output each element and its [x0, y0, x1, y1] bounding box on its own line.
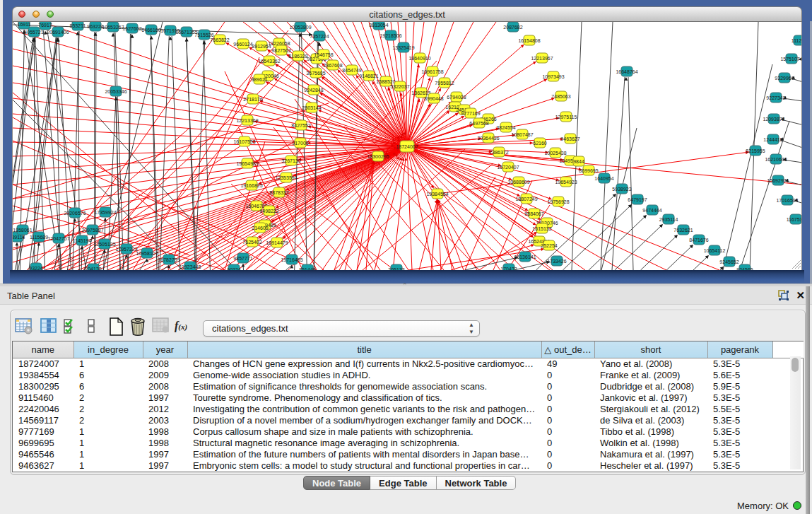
svg-text:12213369: 12213369: [236, 118, 258, 123]
svg-text:16648764: 16648764: [616, 69, 637, 74]
svg-text:3267130: 3267130: [281, 158, 300, 163]
svg-text:439114: 439114: [13, 235, 25, 240]
svg-text:10653267: 10653267: [102, 25, 124, 30]
svg-text:7485063: 7485063: [551, 94, 570, 99]
svg-text:11923448: 11923448: [180, 264, 201, 269]
svg-text:214609: 214609: [252, 226, 268, 230]
svg-text:917006: 917006: [292, 141, 308, 146]
svg-text:6479197: 6479197: [628, 197, 647, 202]
svg-text:16782759: 16782759: [158, 257, 180, 262]
svg-text:17016504: 17016504: [776, 198, 798, 203]
svg-text:9463627: 9463627: [560, 136, 579, 141]
svg-text:9498222: 9498222: [259, 209, 278, 214]
svg-text:205133: 205133: [388, 267, 404, 270]
svg-text:924565: 924565: [736, 267, 753, 270]
svg-text:7955812: 7955812: [435, 81, 454, 86]
svg-text:170432: 170432: [500, 267, 517, 270]
svg-text:19654983: 19654983: [236, 161, 258, 166]
svg-text:9245652: 9245652: [719, 259, 739, 264]
svg-text:9474444: 9474444: [642, 208, 661, 213]
svg-text:15720407: 15720407: [497, 165, 519, 170]
svg-text:8454749: 8454749: [342, 68, 361, 73]
svg-text:9857771: 9857771: [233, 256, 252, 261]
svg-text:20975887: 20975887: [81, 228, 103, 233]
svg-text:19218506: 19218506: [379, 33, 401, 38]
svg-text:3675685: 3675685: [306, 71, 325, 76]
svg-text:13325419: 13325419: [392, 45, 414, 50]
svg-text:20691406: 20691406: [47, 30, 69, 35]
svg-text:8186328: 8186328: [288, 54, 307, 59]
svg-text:10973493: 10973493: [542, 74, 564, 79]
svg-text:12505135: 12505135: [93, 242, 115, 247]
svg-text:6466160: 6466160: [141, 28, 160, 33]
svg-text:9242848: 9242848: [304, 88, 323, 93]
svg-text:1145194: 1145194: [73, 238, 92, 243]
svg-text:10958107: 10958107: [136, 251, 158, 256]
svg-text:3824554: 3824554: [496, 125, 515, 130]
svg-text:19756928: 19756928: [547, 199, 569, 204]
svg-text:9884067: 9884067: [524, 211, 543, 216]
svg-text:111275: 111275: [792, 38, 802, 43]
svg-text:19716485: 19716485: [281, 257, 302, 262]
svg-text:12975115: 12975115: [555, 115, 577, 119]
svg-text:18300295: 18300295: [367, 154, 389, 159]
svg-text:8990448: 8990448: [424, 96, 443, 101]
svg-text:963224: 963224: [87, 24, 103, 29]
svg-text:16914479: 16914479: [266, 240, 288, 245]
svg-text:20364436: 20364436: [477, 136, 499, 141]
svg-text:1733426: 1733426: [547, 259, 566, 264]
svg-text:853211: 853211: [70, 23, 86, 28]
svg-text:17957223: 17957223: [115, 247, 137, 252]
svg-text:15692971: 15692971: [767, 178, 789, 183]
svg-text:20053346: 20053346: [105, 89, 126, 94]
svg-text:2718176: 2718176: [243, 97, 262, 102]
svg-text:9777169: 9777169: [461, 111, 480, 116]
svg-text:1167533: 1167533: [787, 217, 802, 222]
svg-text:8427552: 8427552: [291, 123, 310, 128]
svg-text:10025438: 10025438: [544, 151, 566, 156]
svg-text:1615132: 1615132: [532, 226, 551, 231]
svg-text:8813054: 8813054: [369, 23, 388, 28]
svg-text:90224: 90224: [227, 267, 241, 270]
svg-text:1527602: 1527602: [122, 26, 141, 31]
svg-text:9227342: 9227342: [766, 95, 785, 100]
svg-text:6497568: 6497568: [469, 121, 488, 126]
svg-text:4055721: 4055721: [24, 30, 43, 35]
svg-text:10688609: 10688609: [507, 180, 529, 185]
svg-text:18807249: 18807249: [515, 197, 537, 201]
svg-text:18724007: 18724007: [396, 144, 418, 149]
svg-text:7515526: 7515526: [194, 33, 213, 37]
svg-text:989621: 989621: [251, 77, 267, 82]
svg-text:8471676: 8471676: [689, 238, 708, 243]
svg-text:1858061: 1858061: [13, 228, 32, 233]
svg-text:8699695: 8699695: [579, 168, 598, 173]
svg-text:9844: 9844: [573, 159, 584, 164]
svg-text:16210643: 16210643: [765, 157, 787, 162]
svg-text:10807487: 10807487: [511, 132, 533, 137]
svg-text:15751074: 15751074: [780, 57, 802, 62]
svg-text:19166825: 19166825: [240, 183, 262, 188]
svg-text:2803144: 2803144: [302, 105, 321, 110]
svg-text:1588520: 1588520: [376, 79, 395, 84]
svg-text:7357224: 7357224: [310, 34, 329, 39]
svg-text:93224: 93224: [29, 266, 43, 270]
svg-text:2867608: 2867608: [323, 63, 342, 68]
svg-text:16961758: 16961758: [421, 69, 443, 74]
svg-text:9329966: 9329966: [775, 76, 794, 81]
svg-text:1115689: 1115689: [30, 235, 48, 240]
svg-text:5322037: 5322037: [390, 84, 409, 89]
svg-text:18640910: 18640910: [408, 56, 430, 61]
svg-text:16154808: 16154808: [518, 38, 540, 43]
svg-text:9827503: 9827503: [271, 48, 290, 53]
svg-text:16107553: 16107553: [233, 139, 255, 144]
svg-text:8878332: 8878332: [269, 190, 288, 195]
svg-text:17359924: 17359924: [94, 210, 116, 215]
svg-text:2087682: 2087682: [503, 25, 522, 30]
svg-text:8215955: 8215955: [746, 148, 765, 153]
svg-text:19654923: 19654923: [555, 180, 577, 185]
svg-text:10053809: 10053809: [289, 25, 311, 30]
svg-text:851440: 851440: [299, 267, 315, 270]
svg-text:16543362: 16543362: [258, 59, 280, 64]
svg-text:16911: 16911: [18, 22, 31, 27]
svg-text:9146821: 9146821: [359, 74, 378, 78]
